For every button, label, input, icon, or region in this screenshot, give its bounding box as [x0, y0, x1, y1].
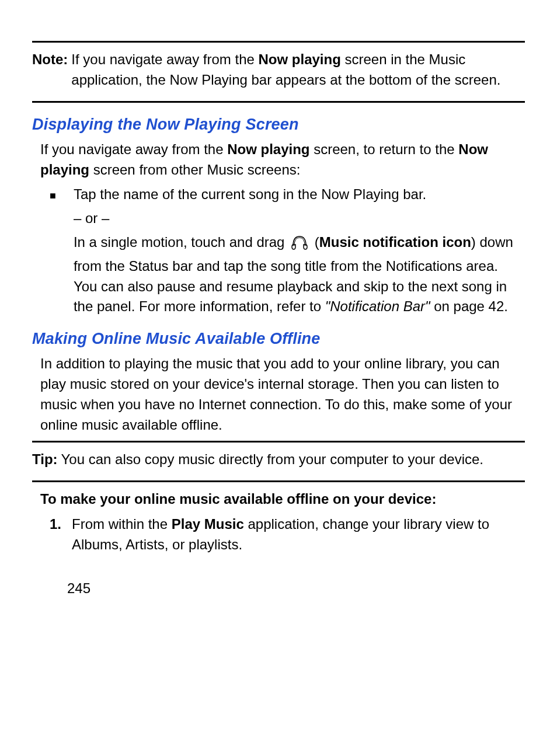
document-page: Note: If you navigate away from the Now …	[0, 0, 557, 633]
bold-text: Now playing	[259, 51, 341, 67]
text: From within the	[72, 516, 172, 532]
bullet-item: ■ Tap the name of the current song in th…	[50, 184, 525, 317]
note-block: Note: If you navigate away from the Now …	[32, 48, 525, 95]
bold-text: Play Music	[172, 516, 244, 532]
heading-displaying-now-playing: Displaying the Now Playing Screen	[32, 113, 525, 136]
heading-making-online-music-available-offline: Making Online Music Available Offline	[32, 328, 525, 350]
paragraph: If you navigate away from the Now playin…	[40, 140, 525, 180]
headphones-icon	[290, 234, 309, 256]
text: If you navigate away from the	[71, 51, 258, 67]
text: on page 42.	[430, 298, 508, 314]
page-number: 245	[67, 579, 525, 599]
divider	[32, 441, 525, 443]
text: In a single motion, touch and drag	[74, 234, 288, 250]
bold-text: Music notification icon	[319, 234, 471, 250]
note-text: If you navigate away from the Now playin…	[71, 50, 525, 90]
note-label: Note:	[32, 50, 68, 90]
tip-block: Tip: You can also copy music directly fr…	[32, 448, 525, 475]
paragraph: In addition to playing the music that yo…	[40, 354, 525, 435]
bullet-line-1: Tap the name of the current song in the …	[74, 184, 525, 205]
bullet-line-2: In a single motion, touch and drag (Musi…	[74, 232, 525, 317]
divider	[32, 41, 525, 43]
text: (	[311, 234, 319, 250]
tip-label: Tip:	[32, 450, 58, 470]
subheading: To make your online music available offl…	[40, 489, 525, 510]
or-separator: – or –	[74, 208, 525, 229]
step-number: 1.	[50, 514, 72, 555]
tip-text: You can also copy music directly from yo…	[61, 450, 483, 470]
text: If you navigate away from the	[40, 141, 227, 157]
italic-text: "Notification Bar"	[325, 298, 430, 314]
bold-text: Now playing	[227, 141, 309, 157]
divider	[32, 101, 525, 103]
numbered-step: 1. From within the Play Music applicatio…	[50, 514, 525, 555]
text: screen from other Music screens:	[89, 162, 300, 177]
text: screen, to return to the	[310, 141, 459, 157]
bullet-marker: ■	[50, 188, 56, 317]
divider	[32, 480, 525, 482]
step-content: From within the Play Music application, …	[72, 514, 525, 555]
